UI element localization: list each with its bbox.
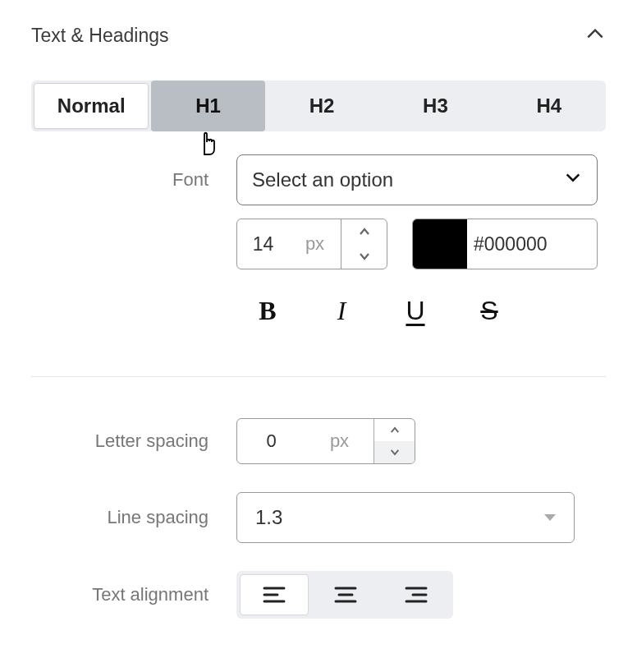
section-title: Text & Headings xyxy=(31,25,168,47)
align-right-icon xyxy=(405,586,428,604)
heading-tabs: Normal H1 H2 H3 H4 xyxy=(31,81,606,131)
tab-label: H1 xyxy=(195,94,221,117)
letter-spacing-value: 0 xyxy=(237,419,305,463)
color-swatch[interactable] xyxy=(413,219,467,269)
text-alignment-row: Text alignment xyxy=(31,571,606,619)
tab-h2[interactable]: H2 xyxy=(265,81,378,131)
align-right-button[interactable] xyxy=(383,574,450,615)
stepper-down-icon[interactable] xyxy=(341,244,387,269)
strikethrough-icon: S xyxy=(480,296,497,326)
stepper-up-icon[interactable] xyxy=(374,419,415,441)
letter-spacing-input[interactable]: 0 px xyxy=(236,418,415,464)
strikethrough-button[interactable]: S xyxy=(473,294,506,327)
align-left-button[interactable] xyxy=(240,574,309,615)
tab-normal[interactable]: Normal xyxy=(34,83,149,129)
stepper-up-icon[interactable] xyxy=(341,219,387,244)
italic-button[interactable]: I xyxy=(325,294,358,327)
italic-icon: I xyxy=(337,296,346,326)
font-label: Font xyxy=(31,169,236,191)
font-size-input[interactable]: 14 px xyxy=(236,219,387,269)
letter-spacing-steppers xyxy=(373,419,415,463)
tab-label: H3 xyxy=(423,94,448,117)
font-select-placeholder: Select an option xyxy=(252,168,393,191)
text-alignment-label: Text alignment xyxy=(31,584,236,605)
font-size-value: 14 xyxy=(237,219,289,269)
underline-button[interactable]: U xyxy=(399,294,432,327)
font-size-unit: px xyxy=(289,219,341,269)
bold-button[interactable]: B xyxy=(251,294,284,327)
tab-label: H4 xyxy=(536,94,561,117)
letter-spacing-unit: px xyxy=(305,419,373,463)
color-hex-value: #000000 xyxy=(467,233,597,255)
tab-h4[interactable]: H4 xyxy=(493,81,606,131)
section-header: Text & Headings xyxy=(31,0,606,62)
chevron-down-icon xyxy=(564,168,582,191)
align-left-icon xyxy=(263,586,286,604)
font-color-input[interactable]: #000000 xyxy=(412,219,598,269)
align-center-icon xyxy=(334,586,357,604)
font-details-row: 14 px #000000 xyxy=(236,219,606,269)
section-divider xyxy=(31,376,606,377)
tab-h1[interactable]: H1 xyxy=(151,81,264,131)
font-size-steppers xyxy=(341,219,387,269)
bold-icon: B xyxy=(259,296,276,326)
underline-icon: U xyxy=(406,296,424,326)
line-spacing-select[interactable]: 1.3 xyxy=(236,492,575,543)
line-spacing-value: 1.3 xyxy=(255,506,282,529)
letter-spacing-row: Letter spacing 0 px xyxy=(31,418,606,464)
letter-spacing-label: Letter spacing xyxy=(31,430,236,452)
chevron-up-icon[interactable] xyxy=(584,23,606,48)
line-spacing-row: Line spacing 1.3 xyxy=(31,492,606,543)
text-alignment-group xyxy=(236,571,453,619)
align-center-button[interactable] xyxy=(312,574,379,615)
tab-label: H2 xyxy=(309,94,335,117)
stepper-down-icon[interactable] xyxy=(374,441,415,463)
font-row: Font Select an option xyxy=(31,154,606,205)
line-spacing-label: Line spacing xyxy=(31,507,236,528)
text-style-buttons: B I U S xyxy=(251,294,606,327)
caret-down-icon xyxy=(544,514,556,521)
tab-label: Normal xyxy=(57,94,126,117)
font-select[interactable]: Select an option xyxy=(236,154,598,205)
cursor-pointer-icon xyxy=(197,130,220,156)
tab-h3[interactable]: H3 xyxy=(378,81,492,131)
